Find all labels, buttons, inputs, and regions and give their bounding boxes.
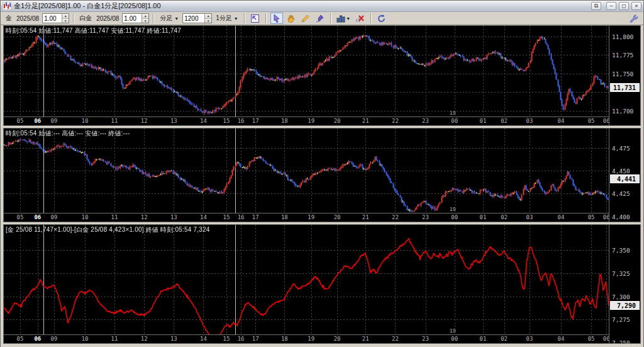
window-title: 金1分足[2025/08]1.00 - 白金1分足[2025/08]1.00 <box>14 1 589 11</box>
time-tick-label: 23 <box>422 214 429 220</box>
platinum-ohlc-readout: 時刻:05:54 始値:--- 高値:--- 安値:--- 終値:--- <box>6 129 130 138</box>
platinum-plot-area[interactable]: 時刻:05:54 始値:--- 高値:--- 安値:--- 終値:--- 19 <box>3 128 609 213</box>
chevron-down-icon: ▼ <box>234 16 238 21</box>
marker-tool-button[interactable] <box>314 13 326 24</box>
platinum-multiplier-input[interactable] <box>123 14 142 23</box>
time-tick-label: 00 <box>451 118 458 124</box>
time-tick-label: 20 <box>334 118 341 124</box>
chevron-down-icon: ▼ <box>346 16 350 21</box>
date-change-label: 19 <box>450 206 456 212</box>
time-tick-label: 13 <box>170 118 177 124</box>
time-tick-label: 22 <box>392 214 399 220</box>
gold-plot-area[interactable]: 時刻:05:54 始値:11,747 高値:11,747 安値:11,747 終… <box>3 25 609 117</box>
app-window: 金1分足[2025/08]1.00 - 白金1分足[2025/08]1.00 ⧉… <box>0 0 644 347</box>
time-tick-label: 06 <box>34 214 41 220</box>
minimize-button[interactable]: – <box>606 2 616 10</box>
spin-up-icon[interactable]: ▲ <box>62 14 69 19</box>
time-tick-label: 01 <box>479 118 486 124</box>
time-tick-label: 21 <box>362 336 369 342</box>
delete-chart-button[interactable] <box>354 13 367 24</box>
time-tick-label: 13 <box>170 336 177 342</box>
toolbar-separator <box>73 13 74 23</box>
bar-count-spinbox[interactable]: ▲▼ <box>182 13 212 23</box>
spread-plot-area[interactable]: [金 25/08 11,747×1.00]-[白金 25/08 4,423×1.… <box>3 224 609 335</box>
spin-up-icon[interactable]: ▲ <box>142 14 148 19</box>
gold-candle-canvas[interactable] <box>4 26 609 117</box>
time-tick-label: 10 <box>81 214 88 220</box>
time-tick-label: 18 <box>281 336 288 342</box>
float-window-button[interactable]: ⧉ <box>591 2 601 10</box>
toolbar-separator <box>153 13 154 23</box>
spin-down-icon[interactable]: ▼ <box>62 19 69 23</box>
time-tick-label: 02 <box>501 336 508 342</box>
draw-line-tool-button[interactable] <box>299 13 312 24</box>
time-tick-label: 03 <box>526 336 533 342</box>
pencil-icon <box>301 14 310 23</box>
refresh-icon <box>377 14 386 23</box>
platinum-candle-panel: 時刻:05:54 始値:--- 高値:--- 安値:--- 終値:--- 19 … <box>3 128 641 222</box>
timeframe-dropdown[interactable]: 1分足 ▼ <box>214 13 240 24</box>
time-tick-label: 21 <box>362 118 369 124</box>
select-tool-button[interactable] <box>270 13 283 24</box>
time-tick-label: 11 <box>111 214 118 220</box>
marker-pen-icon <box>315 14 325 23</box>
time-tick-label: 23 <box>422 118 429 124</box>
window-bottom-border <box>3 344 641 347</box>
platinum-multiplier-spin-buttons[interactable]: ▲▼ <box>142 14 148 23</box>
gold-price-axis[interactable]: 11,80011,77511,75011,70011,731 <box>609 25 641 126</box>
time-tick-label: 05 <box>17 118 24 124</box>
time-tick-label: 21 <box>362 214 369 220</box>
time-tick-label: 11 <box>111 336 118 342</box>
chevron-down-icon: ▼ <box>174 16 179 21</box>
gold-multiplier-spin-buttons[interactable]: ▲▼ <box>62 14 69 23</box>
fit-chart-button[interactable] <box>249 13 262 24</box>
pan-tool-button[interactable] <box>285 13 297 24</box>
platinum-price-axis[interactable]: 4,5004,4754,4504,4254,4004,441 <box>609 128 641 222</box>
time-tick-label: 01 <box>479 214 486 220</box>
title-bar[interactable]: 金1分足[2025/08]1.00 - 白金1分足[2025/08]1.00 ⧉… <box>1 1 643 12</box>
time-tick-label: 04 <box>558 336 565 342</box>
time-tick-label: 15 <box>223 336 230 342</box>
time-tick-label: 17 <box>252 118 259 124</box>
maximize-button[interactable]: □ <box>619 2 629 10</box>
platinum-contract-month[interactable]: 2025/08 <box>95 15 120 22</box>
spread-price-axis[interactable]: 7,3507,3257,3007,2757,2507,290 <box>609 224 641 344</box>
spin-up-icon[interactable]: ▲ <box>205 14 211 19</box>
interval-dropdown[interactable]: 分足 ▼ <box>158 13 180 24</box>
bar-count-input[interactable] <box>183 14 204 23</box>
refresh-button[interactable] <box>375 13 388 24</box>
time-tick-label: 05 <box>588 118 595 124</box>
price-tick-label: 4,400 <box>612 213 630 220</box>
close-button[interactable]: × <box>631 2 641 10</box>
toolbar-separator <box>265 13 267 23</box>
time-tick-label: 02 <box>501 118 508 124</box>
time-tick-label: 17 <box>252 336 259 342</box>
platinum-multiplier-spinbox[interactable]: ▲▼ <box>122 13 149 23</box>
time-tick-label: 06 <box>34 336 41 342</box>
spin-down-icon[interactable]: ▼ <box>205 19 211 23</box>
price-tick-label: 11,800 <box>612 33 633 40</box>
time-tick-label: 10 <box>81 118 88 124</box>
spin-down-icon[interactable]: ▼ <box>142 19 148 23</box>
time-tick-label: 04 <box>558 118 565 124</box>
toolbar-separator <box>244 13 245 23</box>
price-tick-label: 4,450 <box>612 168 630 174</box>
price-tick-label: 7,250 <box>612 339 630 344</box>
platinum-candle-canvas[interactable] <box>4 128 609 213</box>
app-chart-icon <box>3 2 11 10</box>
gold-multiplier-input[interactable] <box>43 14 62 23</box>
chart-type-button[interactable]: ▼ <box>335 13 352 24</box>
spread-time-axis: 0506091011121314151617181920212223000102… <box>3 335 609 344</box>
time-tick-label: 16 <box>238 336 245 342</box>
spread-line-canvas[interactable] <box>4 225 609 334</box>
price-tick-label: 11,700 <box>612 107 633 114</box>
time-tick-label: 14 <box>200 118 207 124</box>
gold-contract-month[interactable]: 2025/08 <box>15 15 40 22</box>
settings-wrench-icon <box>629 14 638 23</box>
gold-multiplier-spinbox[interactable]: ▲▼ <box>42 13 69 23</box>
bar-count-spin-buttons[interactable]: ▲▼ <box>204 14 211 23</box>
time-tick-label: 22 <box>392 118 399 124</box>
time-tick-label: 02 <box>501 214 508 220</box>
time-tick-label: 17 <box>252 214 259 220</box>
settings-button[interactable] <box>627 13 640 24</box>
